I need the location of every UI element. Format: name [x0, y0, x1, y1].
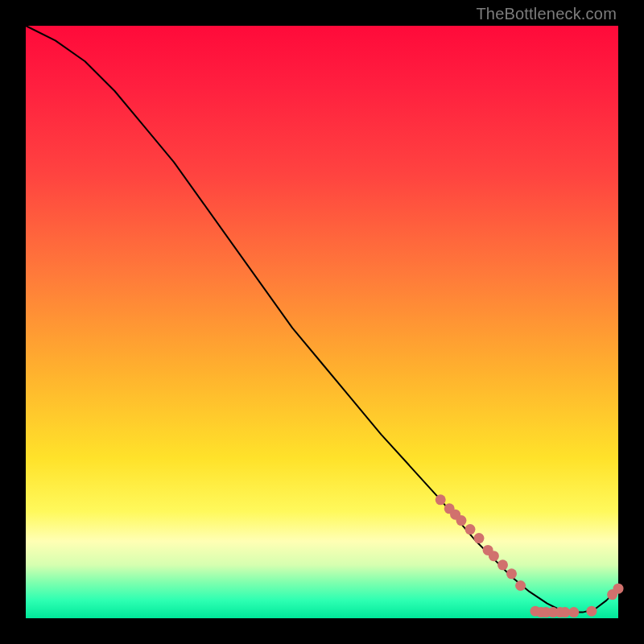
watermark-text: TheBottleneck.com [476, 5, 617, 23]
chart-plot-area [26, 26, 618, 618]
chart-frame: TheBottleneck.com [0, 0, 644, 644]
